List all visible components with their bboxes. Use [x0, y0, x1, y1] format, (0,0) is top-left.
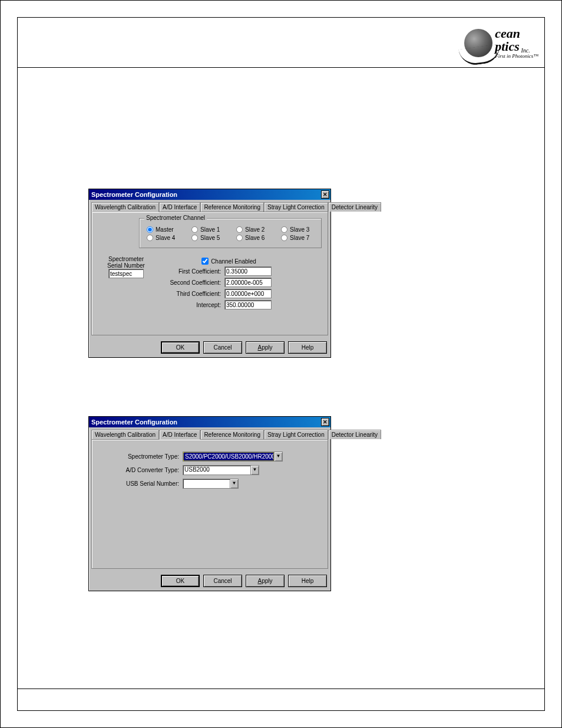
swoosh-icon — [458, 44, 501, 67]
close-button[interactable]: ✕ — [321, 190, 329, 199]
tab-ad-interface[interactable]: A/D Interface — [159, 202, 200, 212]
radio-slave3-label: Slave 3 — [290, 226, 309, 233]
globe-icon — [464, 29, 492, 57]
usb-serial-number-label: USB Serial Number: — [98, 480, 179, 487]
tab-wavelength-calibration[interactable]: Wavelength Calibration — [91, 430, 159, 439]
intercept-input[interactable] — [224, 300, 272, 309]
third-coef-input[interactable] — [224, 289, 272, 298]
usb-serial-number-dropdown[interactable]: ▼ — [183, 479, 239, 489]
help-button[interactable]: Help — [288, 575, 327, 587]
third-coef-label: Third Coefficient: — [177, 291, 221, 297]
radio-slave7-label: Slave 7 — [290, 235, 309, 241]
spectrometer-type-row: Spectrometer Type: S2000/PC2000/USB2000/… — [98, 452, 322, 462]
chevron-down-icon[interactable]: ▼ — [250, 466, 259, 475]
radio-slave6-input[interactable] — [236, 235, 243, 241]
spectrometer-channel-group: Spectrometer Channel Master Slave 1 Slav… — [139, 218, 322, 248]
radio-slave7[interactable]: Slave 7 — [281, 235, 314, 241]
ok-button[interactable]: OK — [161, 575, 200, 587]
serial-number-input[interactable] — [108, 269, 144, 278]
help-button[interactable]: Help — [288, 341, 327, 354]
titlebar[interactable]: Spectrometer Configuration ✕ — [89, 189, 330, 200]
first-coef-label: First Coefficient: — [178, 268, 221, 275]
radio-slave4-input[interactable] — [147, 235, 153, 241]
tab-body: Spectrometer Type: S2000/PC2000/USB2000/… — [91, 439, 328, 569]
spectrometer-config-dialog-2: Spectrometer Configuration ✕ Wavelength … — [88, 416, 331, 591]
tab-reference-monitoring[interactable]: Reference Monitoring — [200, 430, 264, 439]
apply-button[interactable]: Apply — [246, 575, 285, 587]
cancel-button[interactable]: Cancel — [203, 575, 242, 587]
close-icon: ✕ — [323, 192, 328, 197]
titlebar[interactable]: Spectrometer Configuration ✕ — [89, 417, 330, 427]
tab-stray-light-correction[interactable]: Stray Light Correction — [264, 430, 328, 439]
radio-slave4-label: Slave 4 — [156, 235, 175, 241]
serial-block: SpectrometerSerial Number — [100, 256, 153, 278]
channel-row-1: Master Slave 1 Slave 2 Slave 3 — [147, 226, 314, 233]
radio-slave4[interactable]: Slave 4 — [147, 235, 180, 241]
page-inner: cean ptics Inc. First in Photonics™ Spec… — [17, 17, 545, 711]
cancel-button[interactable]: Cancel — [203, 341, 242, 354]
spectrometer-type-dropdown[interactable]: S2000/PC2000/USB2000/HR2000 ▼ — [183, 452, 283, 462]
radio-slave6[interactable]: Slave 6 — [236, 235, 269, 241]
dialog-title: Spectrometer Configuration — [91, 191, 177, 198]
ad-converter-type-dropdown[interactable]: USB2000 ▼ — [183, 465, 259, 475]
radio-slave5[interactable]: Slave 5 — [191, 235, 224, 241]
tab-wavelength-calibration[interactable]: Wavelength Calibration — [91, 202, 159, 212]
tab-detector-linearity[interactable]: Detector Linearity — [328, 430, 381, 439]
radio-slave1-input[interactable] — [191, 226, 198, 233]
button-row: OK Cancel Apply Help — [89, 571, 330, 591]
tab-detector-linearity[interactable]: Detector Linearity — [328, 202, 381, 212]
tabstrip: Wavelength Calibration A/D Interface Ref… — [91, 430, 328, 439]
spectrometer-type-value: S2000/PC2000/USB2000/HR2000 — [183, 452, 274, 461]
intercept-label: Intercept: — [196, 302, 221, 308]
radio-slave2-label: Slave 2 — [245, 226, 265, 233]
radio-slave7-input[interactable] — [281, 235, 287, 241]
close-icon: ✕ — [323, 419, 328, 425]
channel-enabled-checkbox[interactable]: Channel Enabled — [201, 258, 256, 265]
usb-serial-number-value — [183, 479, 230, 488]
radio-master[interactable]: Master — [147, 226, 180, 233]
radio-slave3-input[interactable] — [281, 226, 287, 233]
spectrometer-config-dialog-1: Spectrometer Configuration ✕ Wavelength … — [88, 189, 331, 358]
tab-ad-interface[interactable]: A/D Interface — [159, 430, 200, 440]
header-rule — [18, 67, 544, 68]
close-button[interactable]: ✕ — [321, 418, 329, 426]
ad-converter-type-label: A/D Converter Type: — [98, 467, 179, 473]
chevron-down-icon[interactable]: ▼ — [274, 452, 282, 461]
radio-slave5-input[interactable] — [191, 235, 198, 241]
ad-converter-type-row: A/D Converter Type: USB2000 ▼ — [98, 465, 322, 475]
serial-label: SpectrometerSerial Number — [100, 256, 153, 269]
company-logo: cean ptics Inc. First in Photonics™ — [415, 22, 538, 64]
ad-converter-type-value: USB2000 — [183, 466, 250, 475]
apply-button[interactable]: Apply — [246, 341, 285, 354]
first-coef-input[interactable] — [224, 266, 272, 276]
radio-slave3[interactable]: Slave 3 — [281, 226, 314, 233]
logo-text: cean ptics Inc. First in Photonics™ — [495, 27, 538, 59]
radio-slave2[interactable]: Slave 2 — [236, 226, 269, 233]
spectrometer-type-label: Spectrometer Type: — [98, 453, 179, 460]
page: cean ptics Inc. First in Photonics™ Spec… — [0, 0, 562, 728]
channel-enabled-label: Channel Enabled — [211, 258, 256, 265]
tab-reference-monitoring[interactable]: Reference Monitoring — [200, 202, 264, 212]
dialog-title: Spectrometer Configuration — [91, 419, 177, 426]
radio-slave5-label: Slave 5 — [200, 235, 220, 241]
radio-slave2-input[interactable] — [236, 226, 243, 233]
chevron-down-icon[interactable]: ▼ — [230, 479, 238, 488]
usb-serial-number-row: USB Serial Number: ▼ — [98, 479, 322, 489]
ok-button[interactable]: OK — [161, 341, 200, 354]
radio-slave1[interactable]: Slave 1 — [191, 226, 224, 233]
radio-slave6-label: Slave 6 — [245, 235, 265, 241]
second-coef-label: Second Coefficient: — [170, 279, 221, 286]
channel-row-2: Slave 4 Slave 5 Slave 6 Slave 7 — [147, 235, 314, 241]
radio-slave1-label: Slave 1 — [200, 226, 220, 233]
tab-stray-light-correction[interactable]: Stray Light Correction — [264, 202, 328, 212]
radio-master-input[interactable] — [147, 226, 153, 233]
channel-enabled-input[interactable] — [201, 258, 209, 265]
logo-tagline: First in Photonics™ — [495, 54, 538, 59]
group-legend: Spectrometer Channel — [144, 215, 207, 221]
footer-rule — [18, 689, 544, 689]
tab-body: Spectrometer Channel Master Slave 1 Slav… — [91, 212, 328, 335]
radio-master-label: Master — [156, 226, 174, 233]
tabstrip: Wavelength Calibration A/D Interface Ref… — [91, 202, 328, 212]
second-coef-input[interactable] — [224, 278, 272, 287]
form-layout: SpectrometerSerial Number Channel Enable… — [98, 254, 322, 313]
